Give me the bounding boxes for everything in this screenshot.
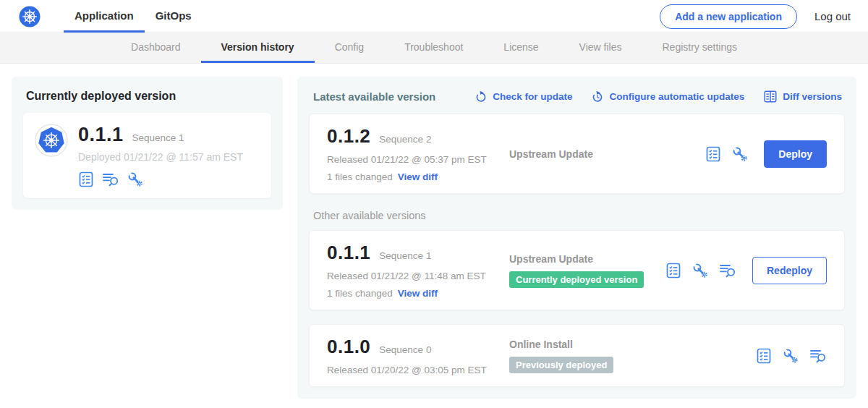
files-changed-row: 1 files changedView diff [327,171,509,182]
other-available-versions-title: Other available versions [313,210,842,221]
files-changed-label: 1 files changed [327,171,393,182]
main-content: Currently deployed version 0 [0,64,868,408]
config-wrench-icon[interactable] [783,348,799,364]
released-timestamp: Released 01/21/22 @ 05:37 pm EST [327,154,509,165]
deployed-action-icons [78,171,260,187]
version-actions: Deploy [705,140,827,168]
subnav-tab-license[interactable]: License [483,33,558,63]
subnav-tab-version-history[interactable]: Version history [201,33,315,63]
version-card-0-1-1: 0.1.1 Sequence 1 Released 01/21/22 @ 11:… [309,230,845,310]
diff-icon [763,90,778,103]
currently-deployed-panel: Currently deployed version 0 [12,77,283,210]
sequence-label: Sequence 1 [379,250,431,261]
preflight-checklist-icon[interactable] [665,263,681,279]
version-history-panel: Latest available version Check for updat… [297,77,856,399]
refresh-icon [475,90,488,103]
sequence-label: Sequence 0 [379,344,431,355]
card-spacer [309,310,845,324]
deployed-timestamp: Deployed 01/21/22 @ 11:57 am EST [78,151,260,163]
app-logo-icon [35,124,68,157]
view-diff-link[interactable]: View diff [398,171,438,182]
version-card-0-1-2: 0.1.2 Sequence 2 Released 01/21/22 @ 05:… [309,114,845,194]
version-number: 0.1.0 [327,336,370,358]
version-info: 0.1.1 Sequence 1 Released 01/21/22 @ 11:… [327,242,509,299]
diff-versions-label: Diff versions [783,91,842,102]
tab-gitops[interactable]: GitOps [145,0,203,33]
config-wrench-icon[interactable] [692,263,708,279]
currently-deployed-badge: Currently deployed version [509,271,644,288]
source-label: Upstream Update [509,253,665,265]
deployed-version-number: 0.1.1 [78,124,124,146]
latest-available-title: Latest available version [313,90,435,103]
logout-link[interactable]: Log out [814,10,851,22]
version-number: 0.1.1 [327,242,370,264]
header-tabs: Application GitOps [64,0,203,33]
version-info: 0.1.0 Sequence 0 Released 01/20/22 @ 03:… [327,336,509,375]
view-logs-icon[interactable] [102,171,119,187]
check-for-update-link[interactable]: Check for update [475,90,572,103]
subnav-tab-view-files[interactable]: View files [559,33,642,63]
preflight-checklist-icon[interactable] [705,146,721,162]
config-wrench-icon[interactable] [127,171,143,187]
kubernetes-logo-icon [19,6,41,27]
subnav-tab-registry-settings[interactable]: Registry settings [642,33,757,63]
version-actions: Redeploy [665,257,827,284]
view-logs-icon[interactable] [719,263,736,279]
add-application-button[interactable]: Add a new application [660,4,797,29]
diff-versions-link[interactable]: Diff versions [763,90,842,103]
check-for-update-label: Check for update [493,91,572,102]
top-header: Application GitOps Add a new application… [0,0,868,33]
subnav-tab-troubleshoot[interactable]: Troubleshoot [384,33,483,63]
version-number: 0.1.2 [327,125,370,148]
released-timestamp: Released 01/21/22 @ 11:48 am EST [327,271,509,281]
header-right: Add a new application Log out [660,0,851,33]
source-label: Online Install [509,339,756,350]
configure-automatic-updates-link[interactable]: Configure automatic updates [591,90,744,103]
versions-panel-header: Latest available version Check for updat… [313,90,842,103]
config-wrench-icon[interactable] [732,146,748,162]
view-diff-link[interactable]: View diff [398,288,438,299]
subnav-tab-config[interactable]: Config [315,33,384,63]
subnav-tabs: Dashboard Version history Config Trouble… [0,33,868,64]
deployed-panel-title: Currently deployed version [26,90,270,103]
previously-deployed-badge: Previously deployed [509,357,613,373]
clock-arrow-icon [591,90,604,103]
source-label: Upstream Update [509,148,705,160]
files-changed-label: 1 files changed [327,288,393,299]
deploy-button[interactable]: Deploy [764,140,827,168]
version-source: Upstream Update [509,148,705,160]
released-timestamp: Released 01/20/22 @ 03:05 pm EST [327,365,509,375]
tab-application[interactable]: Application [64,0,145,33]
sequence-label: Sequence 2 [379,134,431,145]
deployed-version-row: 0.1.1 Sequence 1 [78,124,260,146]
version-source: Upstream Update Currently deployed versi… [509,253,665,288]
version-info: 0.1.2 Sequence 2 Released 01/21/22 @ 05:… [327,125,509,182]
subnav-tab-dashboard[interactable]: Dashboard [111,33,201,63]
preflight-checklist-icon[interactable] [78,171,94,187]
files-changed-row: 1 files changedView diff [327,288,509,299]
version-source: Online Install Previously deployed [509,339,756,373]
deployed-version-card: 0.1.1 Sequence 1 Deployed 01/21/22 @ 11:… [23,113,271,198]
preflight-checklist-icon[interactable] [756,348,772,364]
view-logs-icon[interactable] [809,348,827,364]
deployed-sequence-label: Sequence 1 [132,132,184,143]
redeploy-button[interactable]: Redeploy [752,257,827,284]
version-actions [756,348,827,364]
version-card-0-1-0: 0.1.0 Sequence 0 Released 01/20/22 @ 03:… [309,324,845,387]
panel-actions: Check for update Configure automatic upd… [475,90,842,103]
configure-automatic-updates-label: Configure automatic updates [609,91,744,102]
